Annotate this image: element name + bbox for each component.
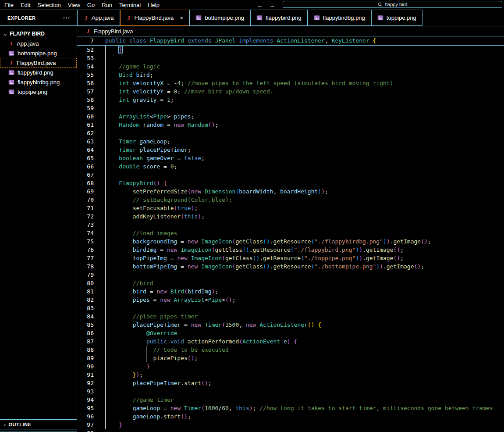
code-line[interactable]: 73	[77, 221, 504, 229]
line-number[interactable]: 55	[77, 71, 94, 79]
line-number[interactable]: 71	[77, 204, 94, 212]
line-number[interactable]: 61	[77, 121, 94, 129]
close-icon[interactable]: ×	[180, 14, 183, 21]
code-line[interactable]: 59	[77, 104, 504, 112]
code-line[interactable]: 63 Timer gameLoop;	[77, 137, 504, 146]
sidebar-item-flappybird.png[interactable]: flappybird.png	[0, 68, 77, 77]
code-line[interactable]: 86 @Override	[77, 329, 504, 337]
line-number[interactable]: 64	[77, 146, 94, 154]
code-line[interactable]: 57 int velocityY = 0; //move bird up/dow…	[77, 87, 504, 96]
menu-item-file[interactable]: File	[1, 2, 17, 8]
code-line[interactable]: 97 }	[77, 421, 504, 429]
history-back-icon[interactable]: ←	[257, 1, 263, 9]
folder-flappy-bird[interactable]: ⌄ FLAPPY BIRD	[0, 29, 77, 39]
line-number[interactable]: 60	[77, 112, 94, 121]
code-line[interactable]: 55 Bird bird;	[77, 71, 504, 79]
line-number[interactable]: 89	[77, 354, 94, 362]
menu-item-go[interactable]: Go	[84, 2, 98, 8]
menu-item-terminal[interactable]: Terminal	[116, 2, 144, 8]
code-line[interactable]: 78 bottomPipeImg = new ImageIcon(getClas…	[77, 262, 504, 271]
code-line[interactable]: 80 //bird	[77, 279, 504, 287]
code-line[interactable]: 75 backgroundImg = new ImageIcon(getClas…	[77, 237, 504, 246]
line-number[interactable]: 65	[77, 154, 94, 162]
code-line[interactable]: 72 addKeyListener(this);	[77, 212, 504, 221]
code-line[interactable]: 74 //load images	[77, 229, 504, 237]
sidebar-item-toppipe.png[interactable]: toppipe.png	[0, 87, 77, 96]
code-line[interactable]: 7public class FlappyBird extends JPanel …	[77, 36, 504, 45]
code-line[interactable]: 85 placePipeTimer = new Timer(1500, new …	[77, 321, 504, 329]
line-number[interactable]: 73	[77, 221, 94, 229]
history-forward-icon[interactable]: →	[269, 1, 275, 9]
tab-app.java[interactable]: JApp.java	[77, 10, 120, 26]
code-line[interactable]: 83	[77, 304, 504, 312]
menu-item-help[interactable]: Help	[144, 2, 163, 8]
line-number[interactable]: 95	[77, 404, 94, 412]
code-line[interactable]: 92 placePipeTimer.start();	[77, 379, 504, 387]
line-number[interactable]: 80	[77, 279, 94, 287]
code-line[interactable]: 54 //game logic	[77, 62, 504, 71]
line-number[interactable]: 67	[77, 171, 94, 179]
line-number[interactable]: 85	[77, 321, 94, 329]
line-number[interactable]: 7	[77, 36, 94, 45]
code-line[interactable]: 68 FlappyBird() {	[77, 179, 504, 187]
sidebar-item-flappybird.java[interactable]: JFlappyBird.java	[0, 58, 77, 68]
sidebar-item-flappybirdbg.png[interactable]: flappybirdbg.png	[0, 77, 77, 87]
code-line[interactable]: 84 //place pipes timer	[77, 312, 504, 321]
line-number[interactable]: 62	[77, 129, 94, 137]
code-line[interactable]: 69 setPreferredSize(new Dimension(boardW…	[77, 187, 504, 196]
tab-flappybirdbg.png[interactable]: flappybirdbg.png	[308, 10, 371, 26]
code-line[interactable]: 67	[77, 171, 504, 179]
menu-item-edit[interactable]: Edit	[17, 2, 34, 8]
line-number[interactable]: 78	[77, 262, 94, 271]
line-number[interactable]: 97	[77, 421, 94, 429]
line-number[interactable]: 98	[77, 429, 94, 432]
code-line[interactable]: 58 int gravity = 1;	[77, 96, 504, 104]
code-line[interactable]: 94 //game timer	[77, 396, 504, 404]
code-line[interactable]: 90 }	[77, 362, 504, 371]
line-number[interactable]: 93	[77, 387, 94, 396]
line-number[interactable]: 76	[77, 246, 94, 254]
line-number[interactable]: 56	[77, 79, 94, 87]
sticky-scroll-line[interactable]: 7public class FlappyBird extends JPanel …	[77, 36, 504, 46]
line-number[interactable]: 70	[77, 196, 94, 204]
code-line[interactable]: 64 Timer placePipeTimer;	[77, 146, 504, 154]
code-line[interactable]: 62	[77, 129, 504, 137]
code-line[interactable]: 96 gameLoop.start();	[77, 412, 504, 421]
line-number[interactable]: 74	[77, 229, 94, 237]
code-line[interactable]: 71 setFocusable(true);	[77, 204, 504, 212]
menu-item-run[interactable]: Run	[98, 2, 116, 8]
tab-toppipe.png[interactable]: toppipe.png	[371, 10, 422, 26]
line-number[interactable]: 68	[77, 179, 94, 187]
line-number[interactable]: 63	[77, 137, 94, 146]
more-actions-icon[interactable]: ···	[63, 14, 71, 21]
code-line[interactable]: 52 }	[77, 46, 504, 54]
code-line[interactable]: 93	[77, 387, 504, 396]
tab-flappybird.png[interactable]: flappybird.png	[250, 10, 308, 26]
line-number[interactable]: 86	[77, 329, 94, 337]
breadcrumb[interactable]: J FlappyBird.java	[77, 26, 504, 36]
line-number[interactable]: 79	[77, 271, 94, 279]
code-line[interactable]: 60 ArrayList<Pipe> pipes;	[77, 112, 504, 121]
code-line[interactable]: 82 pipes = new ArrayList<Pipe>();	[77, 296, 504, 304]
line-number[interactable]: 59	[77, 104, 94, 112]
code-line[interactable]: 79	[77, 271, 504, 279]
code-line[interactable]: 88 // Code to be executed	[77, 346, 504, 354]
line-number[interactable]: 75	[77, 237, 94, 246]
line-number[interactable]: 53	[77, 54, 94, 62]
line-number[interactable]: 81	[77, 287, 94, 296]
line-number[interactable]: 96	[77, 412, 94, 421]
code-line[interactable]: 95 gameLoop = new Timer(1000/60, this); …	[77, 404, 504, 412]
line-number[interactable]: 91	[77, 371, 94, 379]
line-number[interactable]: 54	[77, 62, 94, 71]
line-number[interactable]: 88	[77, 346, 94, 354]
code-line[interactable]: 76 birdImg = new ImageIcon(getClass().ge…	[77, 246, 504, 254]
line-number[interactable]: 83	[77, 304, 94, 312]
line-number[interactable]: 69	[77, 187, 94, 196]
line-number[interactable]: 90	[77, 362, 94, 371]
code-line[interactable]: 91 });	[77, 371, 504, 379]
code-line[interactable]: 70 // setBackground(Color.blue);	[77, 196, 504, 204]
code-line[interactable]: 53	[77, 54, 504, 62]
line-number[interactable]: 58	[77, 96, 94, 104]
line-number[interactable]: 84	[77, 312, 94, 321]
code-editor[interactable]: 52 }5354 //game logic55 Bird bird;56 int…	[77, 46, 504, 432]
